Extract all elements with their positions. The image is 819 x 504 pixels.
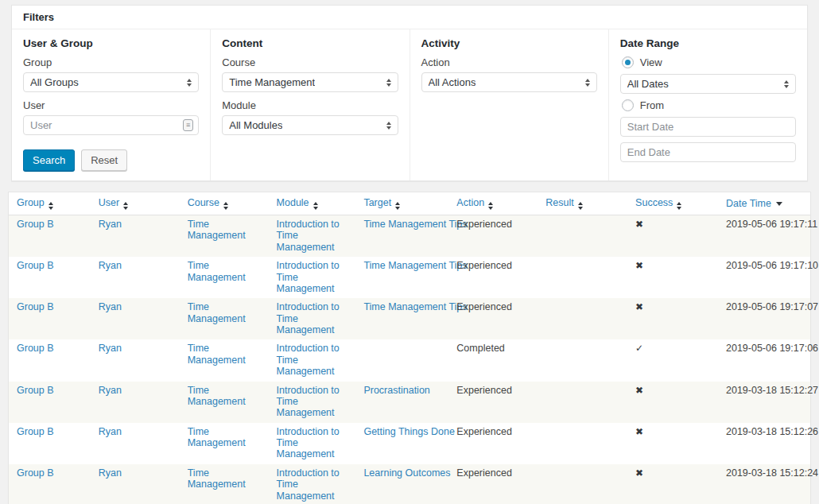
column-header-module[interactable]: Module — [269, 192, 356, 215]
column-header-link[interactable]: Group — [17, 197, 45, 208]
target-link[interactable]: Time Management Tips — [363, 219, 467, 230]
action-select[interactable]: All Actions — [421, 72, 597, 92]
reset-button[interactable]: Reset — [81, 149, 127, 171]
module-link[interactable]: Introduction to Time Management — [277, 301, 340, 335]
module-link[interactable]: Introduction to Time Management — [277, 426, 340, 460]
target-link[interactable]: Time Management Tips — [363, 260, 467, 271]
cell-datetime: 2019-03-18 15:12:26 — [718, 423, 810, 464]
course-select[interactable]: Time Management — [222, 72, 398, 92]
cell-group: Group B — [9, 215, 91, 258]
user-link[interactable]: Ryan — [99, 219, 122, 230]
module-select-value: All Modules — [229, 119, 282, 131]
user-link[interactable]: Ryan — [99, 260, 122, 271]
course-link[interactable]: Time Management — [188, 467, 246, 490]
group-link[interactable]: Group B — [17, 467, 54, 479]
target-link[interactable]: Time Management Tips — [363, 301, 467, 312]
page: Filters User & Group Group All Groups Us… — [0, 0, 819, 504]
group-link[interactable]: Group B — [17, 219, 54, 230]
results-table-panel: GroupUserCourseModuleTargetActionResultS… — [8, 192, 811, 504]
cell-course: Time Management — [180, 423, 269, 464]
cross-icon: ✖ — [635, 260, 643, 271]
table-row: Group BRyanTime ManagementIntroduction t… — [9, 215, 810, 258]
column-header-link[interactable]: Target — [363, 197, 391, 208]
module-link[interactable]: Introduction to Time Management — [277, 467, 340, 502]
cross-icon: ✖ — [635, 385, 643, 396]
sortable-icon — [488, 202, 493, 210]
course-link[interactable]: Time Management — [188, 260, 246, 282]
view-radio[interactable]: View — [622, 56, 796, 68]
select-arrows-icon — [187, 79, 192, 87]
action-label: Action — [421, 56, 597, 68]
cell-target: Time Management Tips — [355, 257, 448, 298]
group-select[interactable]: All Groups — [23, 72, 199, 92]
cross-icon: ✖ — [635, 426, 643, 437]
user-input[interactable] — [23, 115, 199, 135]
target-link[interactable]: Procrastination — [363, 385, 429, 396]
cell-action: Experienced — [448, 298, 538, 339]
target-link[interactable]: Learning Outcomes — [363, 467, 450, 479]
user-link[interactable]: Ryan — [99, 343, 122, 354]
column-header-action[interactable]: Action — [448, 192, 538, 215]
user-link[interactable]: Ryan — [99, 385, 122, 396]
column-header-link[interactable]: Action — [456, 197, 484, 208]
select-arrows-icon — [386, 79, 391, 87]
group-label: Group — [23, 56, 199, 68]
course-link[interactable]: Time Management — [188, 219, 246, 241]
group-select-value: All Groups — [30, 76, 79, 88]
search-button[interactable]: Search — [23, 149, 75, 171]
module-link[interactable]: Introduction to Time Management — [277, 219, 340, 253]
user-link[interactable]: Ryan — [99, 301, 122, 312]
module-link[interactable]: Introduction to Time Management — [277, 260, 340, 294]
table-body: Group BRyanTime ManagementIntroduction t… — [9, 215, 810, 504]
column-header-link[interactable]: Result — [545, 197, 573, 208]
end-date-input[interactable] — [620, 142, 796, 162]
sort-descending-icon — [776, 202, 782, 206]
dates-select[interactable]: All Dates — [620, 74, 796, 94]
autofill-contact-icon: ≡ — [183, 119, 193, 131]
course-link[interactable]: Time Management — [188, 301, 246, 324]
column-header-link[interactable]: Date Time — [726, 198, 771, 209]
group-link[interactable]: Group B — [17, 260, 54, 271]
module-link[interactable]: Introduction to Time Management — [277, 385, 340, 419]
group-link[interactable]: Group B — [17, 301, 54, 312]
column-header-link[interactable]: Success — [635, 197, 673, 208]
user-link[interactable]: Ryan — [99, 426, 122, 437]
table-row: Group BRyanTime ManagementIntroduction t… — [9, 382, 810, 423]
from-radio[interactable]: From — [622, 99, 796, 111]
section-heading: Content — [222, 37, 398, 49]
filter-section-date-range: Date Range View All Dates From — [609, 29, 807, 180]
course-link[interactable]: Time Management — [188, 385, 246, 407]
module-select[interactable]: All Modules — [222, 115, 398, 135]
target-link[interactable]: Getting Things Done — [363, 426, 454, 437]
sortable-icon — [123, 202, 128, 210]
group-link[interactable]: Group B — [17, 343, 54, 354]
cell-user: Ryan — [91, 382, 180, 423]
cross-icon: ✖ — [635, 301, 643, 312]
cell-result — [538, 215, 627, 258]
cell-course: Time Management — [180, 339, 269, 381]
action-select-value: All Actions — [429, 76, 476, 88]
column-header-user[interactable]: User — [91, 192, 180, 215]
column-header-course[interactable]: Course — [180, 192, 269, 215]
table-row: Group BRyanTime ManagementIntroduction t… — [9, 339, 810, 381]
user-link[interactable]: Ryan — [99, 467, 122, 479]
column-header-link[interactable]: User — [99, 197, 119, 208]
column-header-date-time[interactable]: Date Time — [718, 192, 810, 215]
cell-group: Group B — [9, 257, 91, 298]
cell-course: Time Management — [180, 257, 269, 298]
module-link[interactable]: Introduction to Time Management — [277, 343, 340, 377]
group-link[interactable]: Group B — [17, 385, 54, 396]
column-header-link[interactable]: Module — [277, 197, 309, 208]
cell-datetime: 2019-03-18 15:12:27 — [718, 382, 810, 423]
table-header-row: GroupUserCourseModuleTargetActionResultS… — [9, 192, 810, 215]
column-header-success[interactable]: Success — [627, 192, 718, 215]
course-link[interactable]: Time Management — [188, 426, 246, 448]
column-header-link[interactable]: Course — [188, 197, 219, 208]
start-date-input[interactable] — [620, 117, 796, 137]
column-header-target[interactable]: Target — [355, 192, 448, 215]
group-link[interactable]: Group B — [17, 426, 54, 437]
course-link[interactable]: Time Management — [188, 343, 246, 365]
column-header-group[interactable]: Group — [9, 192, 91, 215]
activity-table: GroupUserCourseModuleTargetActionResultS… — [9, 192, 810, 504]
column-header-result[interactable]: Result — [538, 192, 627, 215]
